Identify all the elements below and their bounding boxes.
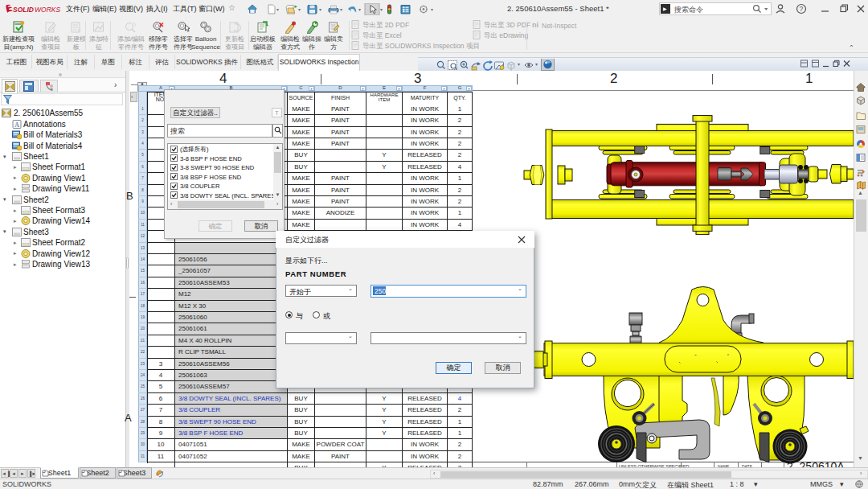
svg-text:?: ?: [799, 5, 803, 13]
svg-text:▾: ▾: [276, 7, 279, 12]
svg-text:SOLID: SOLID: [13, 6, 34, 14]
svg-text:WORKS: WORKS: [35, 6, 60, 14]
svg-text:▾: ▾: [518, 62, 520, 67]
svg-text:▾: ▾: [298, 7, 301, 12]
svg-text:▾: ▾: [431, 7, 433, 12]
svg-text:▾: ▾: [535, 62, 538, 67]
svg-text:▾: ▾: [340, 7, 342, 12]
svg-text:▾: ▾: [358, 7, 361, 12]
svg-text:▾: ▾: [380, 7, 383, 12]
svg-text:A: A: [14, 121, 20, 129]
svg-text:▾: ▾: [319, 7, 321, 12]
